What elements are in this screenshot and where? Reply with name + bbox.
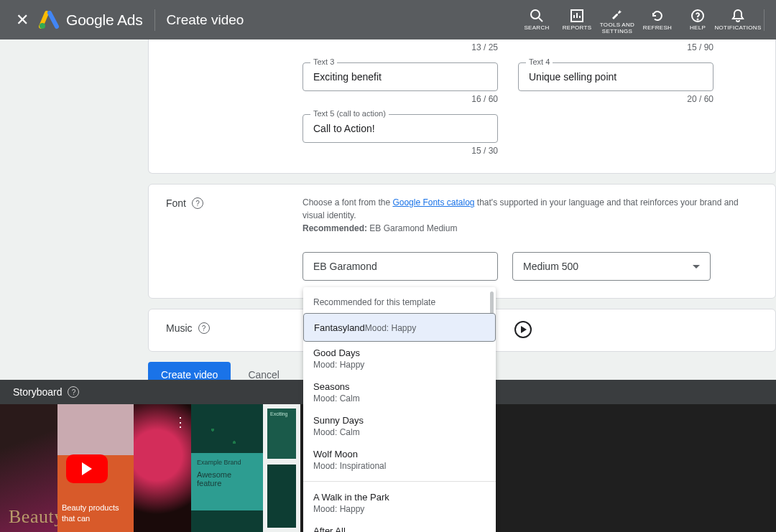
thumb5-mini: Exciting [267,409,296,459]
reports-icon [571,8,583,24]
music-option-sunny-days[interactable]: Sunny Days Mood: Calm [303,409,496,443]
search-icon [530,8,544,24]
text5-input[interactable] [303,115,497,142]
play-button[interactable] [514,321,532,338]
svg-point-8 [698,19,698,20]
storyboard-thumb-4[interactable]: Example Brand Awesome feature [191,404,263,532]
header-divider-right [764,9,765,31]
wrench-icon [610,5,624,21]
refresh-tool[interactable]: REFRESH [637,8,678,32]
music-option-wolf-moon[interactable]: Wolf Moon Mood: Inspirational [303,443,496,477]
font-card: Font ? Choose a font from the Google Fon… [148,184,776,299]
music-option-good-days[interactable]: Good Days Mood: Happy [303,342,496,375]
text3-counter: 16 / 60 [302,94,498,104]
youtube-play-button[interactable] [66,454,108,483]
text1-counter: 13 / 25 [302,42,498,52]
search-tool[interactable]: SEARCH [517,8,557,32]
thumb4-box: Example Brand Awesome feature [191,453,263,510]
svg-point-1 [531,10,540,19]
help-icon[interactable]: ? [68,386,79,398]
help-icon [690,8,705,24]
notifications-tool[interactable]: NOTIFICATIONS [718,8,758,32]
text4-counter: 20 / 60 [518,94,713,104]
reports-tool[interactable]: REPORTS [557,8,597,32]
storyboard-title: Storyboard [13,386,62,398]
chevron-down-icon [693,265,700,269]
music-option-after-all[interactable]: After All Mood: Calm [303,520,496,532]
play-icon [82,462,92,475]
refresh-icon [650,8,665,24]
svg-line-2 [539,18,542,22]
logo-text: Google Ads [66,11,143,29]
play-icon [521,326,527,333]
svg-point-0 [40,23,45,29]
storyboard-thumb-1[interactable]: Beauty [0,404,57,532]
music-dropdown: Recommended for this template Fantasylan… [303,287,496,532]
text4-label: Text 4 [526,57,553,66]
font-family-value: EB Garamond [313,261,377,272]
ads-logo-icon [39,11,60,29]
text5-field[interactable]: Text 5 (call to action) [302,114,498,143]
font-weight-select[interactable]: Medium 500 [512,252,711,281]
google-ads-logo: Google Ads [39,11,143,29]
text5-counter: 15 / 30 [302,146,498,156]
text2-counter: 15 / 90 [518,42,713,52]
tools-settings-tool[interactable]: TOOLS AND SETTINGS [597,5,637,35]
bell-icon [731,8,744,24]
header-divider [154,9,155,31]
help-icon[interactable]: ? [198,322,210,334]
text3-input[interactable] [303,63,497,90]
font-weight-value: Medium 500 [523,261,578,272]
music-option-walk-in-park[interactable]: A Walk in the Park Mood: Happy [303,486,496,520]
close-icon[interactable]: ✕ [9,11,36,29]
app-header: ✕ Google Ads Create video SEARCH REPORTS… [0,0,776,39]
cancel-button[interactable]: Cancel [248,369,280,381]
font-description: Choose a font from the Google Fonts cata… [302,196,758,235]
music-option-fantasyland[interactable]: Fantasyland Mood: Happy [303,313,496,342]
help-tool[interactable]: HELP [678,8,718,32]
text4-input[interactable] [519,63,713,90]
font-section-label: Font ? [166,196,302,281]
dropdown-separator [303,481,496,482]
storyboard-thumb-3[interactable]: ⋮ at [134,404,191,532]
text4-field[interactable]: Text 4 [518,62,713,91]
storyboard-thumb-5[interactable]: Exciting [263,404,300,532]
dropdown-recommended-header: Recommended for this template [303,287,496,313]
text3-field[interactable]: Text 3 [302,62,498,91]
font-family-select[interactable]: EB Garamond [302,252,498,281]
text5-label: Text 5 (call to action) [310,109,389,118]
music-option-seasons[interactable]: Seasons Mood: Calm [303,375,496,409]
google-fonts-link[interactable]: Google Fonts catalog [392,197,474,207]
text3-label: Text 3 [310,57,337,66]
page-title: Create video [167,12,244,28]
thumb1-text: Beauty [9,506,57,528]
thumb2-caption: Beauty products that can [62,503,129,523]
help-icon[interactable]: ? [192,197,203,209]
music-section-label: Music ? [166,321,302,338]
text-card: 13 / 25 15 / 90 Text 3 16 / 60 Text 4 20… [148,39,776,174]
more-icon[interactable]: ⋮ [174,414,185,430]
